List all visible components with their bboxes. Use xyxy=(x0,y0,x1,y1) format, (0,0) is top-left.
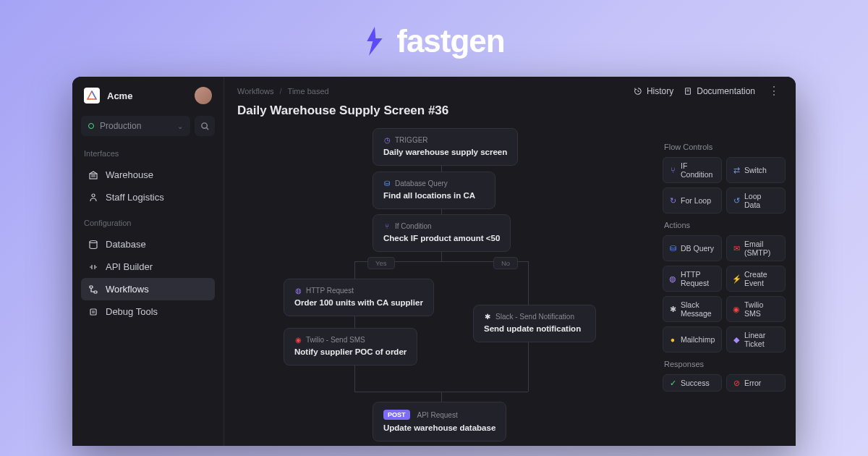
warehouse-icon xyxy=(88,170,98,180)
more-button[interactable]: ⋮ xyxy=(765,84,783,98)
loop-icon: ↻ xyxy=(669,197,676,204)
slack-icon: ✱ xyxy=(669,305,676,313)
breadcrumb: Workflows / Time based xyxy=(237,87,624,96)
sidebar: Acme Production ⌄ Interfaces Warehouse S… xyxy=(72,77,224,446)
edge-label-yes: Yes xyxy=(367,257,395,269)
linear-icon: ◆ xyxy=(733,336,740,343)
sidebar-item-workflows[interactable]: Workflows xyxy=(81,278,215,300)
method-badge: POST xyxy=(383,410,410,420)
svg-rect-7 xyxy=(90,286,93,288)
connector xyxy=(441,392,442,402)
section-label-interfaces: Interfaces xyxy=(84,149,215,158)
brand-header: fastgen xyxy=(0,0,868,77)
svg-point-6 xyxy=(90,240,97,242)
right-panel: Flow Controls ⑂IF Condition ⇄Switch ↻For… xyxy=(658,128,796,446)
history-icon xyxy=(634,87,642,96)
chip-http[interactable]: ◍HTTP Request xyxy=(663,266,722,292)
search-button[interactable] xyxy=(195,116,215,136)
sidebar-item-label: Warehouse xyxy=(106,169,153,180)
env-select[interactable]: Production ⌄ xyxy=(81,116,190,136)
edge-label-no: No xyxy=(493,257,518,269)
bolt-icon: ⚡ xyxy=(733,275,740,282)
node-api[interactable]: POSTAPI Request Update warehouse databas… xyxy=(373,402,506,442)
panel-label: Actions xyxy=(664,221,786,229)
svg-point-0 xyxy=(201,122,206,127)
brand-logo xyxy=(363,27,386,56)
breadcrumb-item[interactable]: Workflows xyxy=(237,87,274,96)
chip-event[interactable]: ⚡Create Event xyxy=(726,266,786,292)
sidebar-item-label: API Builder xyxy=(106,261,153,272)
chip-forloop[interactable]: ↻For Loop xyxy=(663,187,722,214)
globe-icon: ◍ xyxy=(669,275,676,282)
chip-success[interactable]: ✓Success xyxy=(663,374,722,392)
sidebar-item-api[interactable]: API Builder xyxy=(81,256,215,278)
org-avatar[interactable] xyxy=(84,88,100,104)
chip-ifcond[interactable]: ⑂IF Condition xyxy=(663,157,722,183)
sidebar-header: Acme xyxy=(81,87,215,104)
user-avatar[interactable] xyxy=(195,87,212,104)
clock-icon: ◷ xyxy=(383,137,391,144)
doc-icon xyxy=(684,87,692,96)
brand-name: fastgen xyxy=(396,23,504,59)
svg-point-5 xyxy=(92,194,95,197)
env-row: Production ⌄ xyxy=(81,116,215,136)
node-ifcond[interactable]: ⑂If Condition Check IF product amount <5… xyxy=(373,214,511,252)
sidebar-item-staff[interactable]: Staff Logistics xyxy=(81,186,215,208)
database-icon xyxy=(88,240,98,250)
search-icon xyxy=(200,122,210,131)
api-icon xyxy=(88,262,98,272)
check-icon: ✓ xyxy=(669,379,676,387)
database-icon: ⛁ xyxy=(669,245,676,252)
sidebar-item-debug[interactable]: Debug Tools xyxy=(81,300,215,323)
chip-mailchimp[interactable]: ●Mailchimp xyxy=(663,326,722,352)
database-icon: ⛁ xyxy=(383,180,391,187)
panel-label: Responses xyxy=(664,360,786,368)
node-http[interactable]: ◍HTTP Request Order 100 units with CA su… xyxy=(284,279,434,316)
connector xyxy=(354,363,355,392)
sidebar-item-label: Debug Tools xyxy=(106,306,158,317)
section-label-config: Configuration xyxy=(84,219,215,227)
panel-label: Flow Controls xyxy=(664,143,786,151)
org-name: Acme xyxy=(107,90,187,101)
connector xyxy=(528,339,529,392)
switch-icon: ⇄ xyxy=(733,166,740,174)
canvas[interactable]: ◷TRIGGER Daily warehouse supply screen ⛁… xyxy=(224,128,658,446)
sidebar-item-warehouse[interactable]: Warehouse xyxy=(81,164,215,186)
node-twilio[interactable]: ◉Twilio - Send SMS Notify supplier POC o… xyxy=(284,328,417,366)
app-window: Acme Production ⌄ Interfaces Warehouse S… xyxy=(72,77,796,446)
debug-icon xyxy=(88,307,98,317)
chip-linear[interactable]: ◆Linear Ticket xyxy=(726,326,786,352)
node-trigger[interactable]: ◷TRIGGER Daily warehouse supply screen xyxy=(373,128,518,166)
mailchimp-icon: ● xyxy=(669,336,676,343)
chip-loopdata[interactable]: ↺Loop Data xyxy=(726,187,786,214)
chip-switch[interactable]: ⇄Switch xyxy=(726,157,786,183)
breadcrumb-item[interactable]: Time based xyxy=(288,87,329,96)
page-title: Daily Warehouse Supply Screen #36 xyxy=(224,101,796,128)
node-slack[interactable]: ✱Slack - Send Notification Send update n… xyxy=(473,305,596,342)
history-button[interactable]: History xyxy=(634,86,673,96)
sidebar-item-label: Staff Logistics xyxy=(106,192,164,203)
docs-button[interactable]: Documentation xyxy=(684,86,755,96)
main: Workflows / Time based History Documenta… xyxy=(224,77,796,446)
branch-icon: ⑂ xyxy=(383,223,391,230)
globe-icon: ◍ xyxy=(294,287,302,295)
sidebar-item-database[interactable]: Database xyxy=(81,233,215,256)
twilio-icon: ◉ xyxy=(294,337,302,344)
chevron-down-icon: ⌄ xyxy=(177,122,183,130)
loop-data-icon: ↺ xyxy=(733,197,740,204)
twilio-icon: ◉ xyxy=(733,305,740,313)
branch-icon: ⑂ xyxy=(669,166,676,174)
canvas-wrap: ◷TRIGGER Daily warehouse supply screen ⛁… xyxy=(224,128,796,446)
chip-twilio[interactable]: ◉Twilio SMS xyxy=(726,296,786,322)
chip-slack[interactable]: ✱Slack Message xyxy=(663,296,722,322)
chip-email[interactable]: ✉Email (SMTP) xyxy=(726,235,786,261)
svg-rect-9 xyxy=(90,309,96,315)
chip-error[interactable]: ⊘Error xyxy=(726,374,786,392)
env-label: Production xyxy=(100,121,171,131)
chip-dbquery[interactable]: ⛁DB Query xyxy=(663,235,722,261)
node-dbquery[interactable]: ⛁Database Query Find all locations in CA xyxy=(373,172,495,209)
sidebar-item-label: Workflows xyxy=(106,284,149,295)
env-status-icon xyxy=(88,123,94,129)
slack-icon: ✱ xyxy=(484,313,491,321)
topbar: Workflows / Time based History Documenta… xyxy=(224,77,796,101)
